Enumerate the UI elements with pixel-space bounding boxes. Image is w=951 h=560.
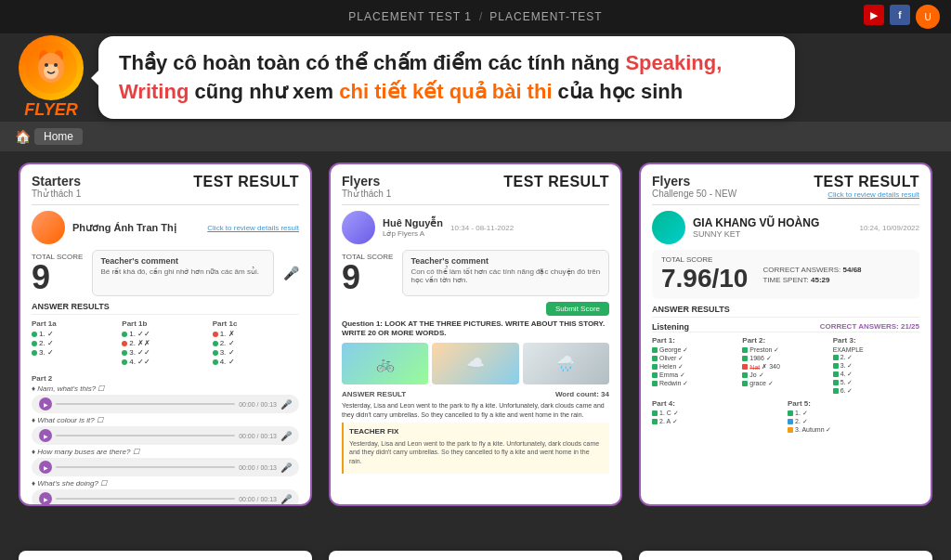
card3-review-link[interactable]: Click to review details result — [814, 190, 919, 199]
logo-text: FLYER — [24, 100, 78, 120]
card3-listening-row: Listening CORRECT ANSWERS: 21/25 — [652, 322, 919, 332]
facebook-icon[interactable]: f — [890, 5, 910, 25]
mic-icon-3[interactable]: 🎤 — [280, 462, 292, 473]
card3-result-label: TEST RESULT — [814, 174, 919, 190]
logo-area: F FLYER — [19, 35, 84, 120]
card1-item-1a-1: 1. ✓ — [32, 330, 118, 338]
card2-student-name: Huê Nguyễn — [383, 217, 443, 229]
breadcrumb-bar: 🏠 Home — [0, 122, 951, 151]
card2-ar-header: ANSWER RESULT Word count: 34 — [342, 390, 609, 398]
card1-q2: ♦ What colour is it? ☐ — [32, 416, 299, 424]
card1-part2-title: Part 2 — [32, 374, 299, 383]
card1-review-link[interactable]: Click to review details result — [207, 224, 299, 232]
card3-correct-label: CORRECT ANSWERS: 54/68 — [762, 266, 861, 274]
speech-bubble: Thầy cô hoàn toàn có thể chấm điểm các t… — [98, 36, 795, 120]
card1-audio-1[interactable]: ▶ 00:00 / 00:13 🎤 — [32, 395, 299, 413]
audio-bar-4 — [56, 498, 235, 500]
user-avatar[interactable]: U — [916, 5, 940, 29]
card1-student-name: Phương Ánh Tran Thị — [72, 222, 200, 234]
card3-score-block: TOTAL SCORE 7.96/10 CORRECT ANSWERS: 54/… — [652, 250, 919, 299]
card3-p4: Part 4: 1. C ✓ 2. A ✓ — [652, 399, 784, 435]
card3-p2-title: Part 2: — [742, 336, 828, 345]
audio-bar-1 — [56, 403, 235, 405]
breadcrumb1[interactable]: PLACEMENT TEST 1 — [348, 10, 472, 23]
card2-answer-text: Yesterday, Lisa and Leon went to the par… — [342, 401, 609, 420]
card1-score-block: TOTAL SCORE 9 — [32, 253, 83, 294]
card1-audio-3[interactable]: ▶ 00:00 / 00:13 🎤 — [32, 458, 299, 476]
card2-subtitle: Thử thách 1 — [342, 189, 391, 199]
mic-icon-2[interactable]: 🎤 — [280, 431, 292, 441]
card3-student-class: SUNNY KET — [693, 229, 852, 239]
card2-teacher-comment: Con có thể làm tốt hơn các tính năng đặc… — [410, 267, 601, 284]
card1-parts-grid: Part 1a 1. ✓ 2. ✓ 3. ✓ Part 1b 1. ✓✓ 2. … — [32, 319, 299, 367]
card2-word-count: Word count: 34 — [555, 390, 609, 398]
svg-point-7 — [54, 63, 58, 67]
card3-parts-45: Part 4: 1. C ✓ 2. A ✓ Part 5: 1. ✓ 2. ✓ … — [652, 399, 919, 435]
card3-score-area: TOTAL SCORE 7.96/10 — [661, 255, 748, 293]
speaking-card: Starters Thử thách 1 TEST RESULT Phương … — [19, 163, 312, 506]
card1-item-1b-1: 1. ✓✓ — [122, 330, 208, 338]
youtube-icon[interactable]: ▶ — [864, 5, 884, 25]
card3-p2: Part 2: Preston ✓ 1986 ✓ Nat ✗ 340 Jo ✓ … — [742, 336, 828, 396]
bubble-text: Thầy cô hoàn toàn có thể chấm điểm các t… — [119, 49, 775, 107]
card3-p3-i5: 5. ✓ — [833, 379, 919, 386]
card1-audio-2[interactable]: ▶ 00:00 / 00:13 🎤 — [32, 426, 299, 445]
card3-big-score: 7.96/10 — [661, 264, 748, 293]
card2-brand: Flyers — [342, 174, 391, 189]
home-breadcrumb[interactable]: 🏠 Home — [15, 128, 83, 145]
card2-divider — [342, 204, 609, 205]
card2-teacher-label: Teacher's comment — [410, 256, 601, 266]
card3-p2-i1: Preston ✓ — [742, 346, 828, 354]
play-btn-2[interactable]: ▶ — [39, 429, 52, 442]
card3-avatar — [652, 211, 685, 244]
card2-ar-title: ANSWER RESULT — [342, 390, 406, 398]
breadcrumb2[interactable]: PLACEMENT-TEST — [489, 10, 602, 23]
card3-listening-correct: CORRECT ANSWERS: 21/25 — [820, 322, 919, 332]
card3-score-label: TOTAL SCORE — [661, 255, 748, 264]
card3-p1-i2: Oliver ✓ — [652, 355, 738, 362]
card3-brand: Flyers — [652, 174, 736, 189]
mic-icon-4[interactable]: 🎤 — [280, 494, 292, 504]
card1-item-1c-4: 4. ✓ — [213, 358, 299, 366]
card1-audio-4[interactable]: ▶ 00:00 / 00:13 🎤 — [32, 489, 299, 504]
card3-student-info: GIA KHANG VŨ HOÀNG SUNNY KET — [693, 216, 852, 239]
card1-q3: ♦ How many buses are there? ☐ — [32, 448, 299, 456]
card3-correct-val: 54/68 — [843, 266, 862, 274]
card3-p2-i3: Nat ✗ 340 — [742, 363, 828, 371]
card3-p5-i2: 2. ✓ — [788, 418, 919, 425]
card3-p3-ex: EXAMPLE — [833, 346, 919, 353]
card3-student-row: GIA KHANG VŨ HOÀNG SUNNY KET 10:24, 10/0… — [652, 211, 919, 244]
card3-score-details: CORRECT ANSWERS: 54/68 TIME SPENT: 45:29 — [762, 266, 861, 284]
play-btn-3[interactable]: ▶ — [39, 461, 52, 474]
card3-p2-i2: 1986 ✓ — [742, 355, 828, 362]
card3-time-label: TIME SPENT: 45:29 — [762, 276, 861, 284]
card1-part1c: Part 1c 1. ✗ 2. ✓ 3. ✓ 4. ✓ — [213, 319, 299, 367]
submit-score-button[interactable]: Submit Score — [546, 302, 609, 316]
card3-p4-i2: 2. A ✓ — [652, 418, 784, 425]
audio-time-3: 00:00 / 00:13 — [239, 464, 277, 471]
play-btn-4[interactable]: ▶ — [39, 492, 52, 504]
nav-separator: / — [479, 10, 482, 23]
card1-item-1a-2: 2. ✓ — [32, 339, 118, 347]
card3-p4-i1: 1. C ✓ — [652, 410, 784, 417]
card2-comment-box: Teacher's comment Con có thể làm tốt hơn… — [402, 250, 609, 296]
logo-image: F — [19, 35, 84, 100]
card3-p5-i3: 3. Autumn ✓ — [788, 426, 919, 434]
card3-p3: Part 3: EXAMPLE 2. ✓ 3. ✓ 4. ✓ 5. ✓ 6. ✓ — [833, 336, 919, 396]
bubble-plain1: Thầy cô hoàn toàn có thể chấm điểm các t… — [119, 51, 625, 74]
home-label[interactable]: Home — [34, 128, 83, 145]
card1-teacher-label: Teacher's comment — [100, 256, 266, 266]
card1-item-1c-3: 3. ✓ — [213, 348, 299, 357]
card3-student-name: GIA KHANG VŨ HOÀNG — [693, 216, 852, 229]
card1-item-1c-2: 2. ✓ — [213, 339, 299, 347]
card3-p1-i1: George ✓ — [652, 346, 738, 354]
card3-p1-i4: Emma ✓ — [652, 371, 738, 379]
card3-p3-i2: 2. ✓ — [833, 354, 919, 361]
card1-item-1c-1: 1. ✗ — [213, 330, 299, 338]
card2-timestamp: 10:34 - 08-11-2022 — [450, 224, 514, 232]
audio-time-2: 00:00 / 00:13 — [239, 433, 277, 439]
top-nav: PLACEMENT TEST 1 / PLACEMENT-TEST ▶ f U — [0, 0, 951, 33]
mic-icon-1[interactable]: 🎤 — [280, 399, 292, 410]
play-btn-1[interactable]: ▶ — [39, 397, 52, 410]
top-nav-right: ▶ f U — [864, 5, 940, 29]
